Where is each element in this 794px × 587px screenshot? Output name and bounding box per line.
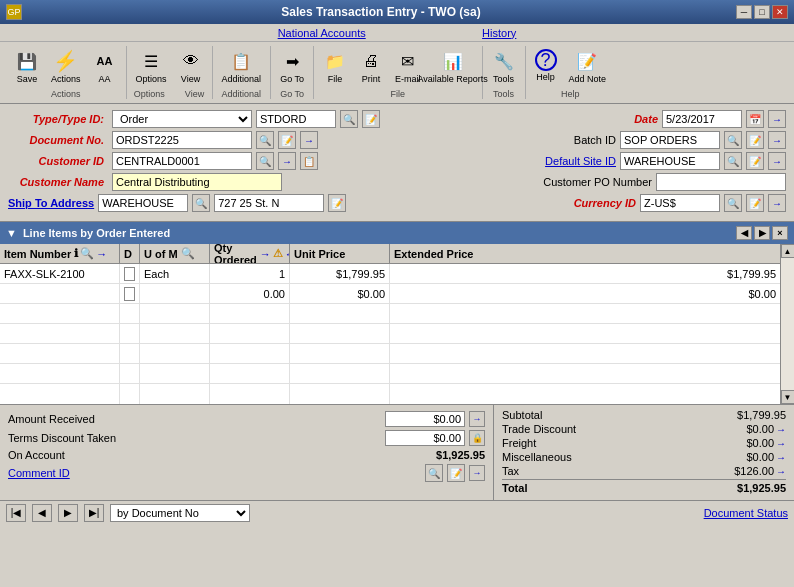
cell-uom-2[interactable] <box>140 284 210 303</box>
top-nav-link[interactable]: National Accounts <box>278 27 366 39</box>
doc-status-link[interactable]: Document Status <box>704 507 788 519</box>
docno-note-btn[interactable]: 📝 <box>278 131 296 149</box>
amount-received-arrow[interactable]: → <box>469 411 485 427</box>
amount-received-value[interactable]: $0.00 <box>385 411 465 427</box>
file-button[interactable]: 📁 File <box>318 46 352 87</box>
defaultsite-input[interactable] <box>620 152 720 170</box>
goto-button[interactable]: ➡ Go To <box>275 46 309 87</box>
batchid-input[interactable] <box>620 131 720 149</box>
shipto-note-btn[interactable]: 📝 <box>328 194 346 212</box>
line-ctrl-2[interactable]: ▶ <box>754 226 770 240</box>
total-label: Total <box>502 482 696 494</box>
customerid-note-btn[interactable]: 📋 <box>300 152 318 170</box>
close-button[interactable]: ✕ <box>772 5 788 19</box>
batchid-note-btn[interactable]: 📝 <box>746 131 764 149</box>
type-id-input[interactable] <box>256 110 336 128</box>
scroll-down-btn[interactable]: ▼ <box>781 390 795 404</box>
batchid-arrow-btn[interactable]: → <box>768 131 786 149</box>
save-button[interactable]: 💾 Save <box>10 46 44 87</box>
comment-arrow-btn[interactable]: → <box>469 465 485 481</box>
grid-main: Item Number ℹ 🔍 → D U of M 🔍 Qty Ordered… <box>0 244 780 404</box>
customerid-lookup-btn[interactable]: 🔍 <box>256 152 274 170</box>
comment-id-label[interactable]: Comment ID <box>8 467 70 479</box>
shipto-lookup-btn[interactable]: 🔍 <box>192 194 210 212</box>
item-lookup-icon[interactable]: 🔍 <box>80 247 94 260</box>
trade-discount-label: Trade Discount <box>502 423 684 435</box>
collapse-icon[interactable]: ▼ <box>6 227 17 239</box>
nav-last-btn[interactable]: ▶| <box>84 504 104 522</box>
terms-discount-value[interactable]: $0.00 <box>385 430 465 446</box>
type-note-btn[interactable]: 📝 <box>362 110 380 128</box>
view-button[interactable]: 👁 View <box>174 46 208 87</box>
currencyid-note-btn[interactable]: 📝 <box>746 194 764 212</box>
history-link[interactable]: History <box>482 27 516 39</box>
cell-item-1[interactable]: FAXX-SLK-2100 <box>0 264 120 283</box>
tax-arrow[interactable]: → <box>776 466 786 477</box>
customerid-input[interactable] <box>112 152 252 170</box>
defaultsite-note-btn[interactable]: 📝 <box>746 152 764 170</box>
cell-item-2[interactable] <box>0 284 120 303</box>
defaultsite-arrow-btn[interactable]: → <box>768 152 786 170</box>
grid-scrollbar[interactable]: ▲ ▼ <box>780 244 794 404</box>
date-input[interactable] <box>662 110 742 128</box>
shipto-label[interactable]: Ship To Address <box>8 197 94 209</box>
help-button[interactable]: ? Help <box>530 46 562 85</box>
currencyid-input[interactable] <box>640 194 720 212</box>
nav-prev-btn[interactable]: ◀ <box>32 504 52 522</box>
date-calendar-btn[interactable]: 📅 <box>746 110 764 128</box>
defaultsite-label[interactable]: Default Site ID <box>545 155 616 167</box>
qty-arrow-icon[interactable]: → <box>260 248 271 260</box>
misc-arrow[interactable]: → <box>776 452 786 463</box>
freight-arrow[interactable]: → <box>776 438 786 449</box>
sort-select[interactable]: by Document No <box>110 504 250 522</box>
comment-lookup-btn[interactable]: 🔍 <box>425 464 443 482</box>
cell-unitprice-2[interactable]: $0.00 <box>290 284 390 303</box>
scroll-track[interactable] <box>781 258 794 390</box>
defaultsite-lookup-btn[interactable]: 🔍 <box>724 152 742 170</box>
cell-uom-1[interactable]: Each <box>140 264 210 283</box>
nav-first-btn[interactable]: |◀ <box>6 504 26 522</box>
col-extprice-header: Extended Price <box>390 244 780 263</box>
minimize-button[interactable]: ─ <box>736 5 752 19</box>
type-lookup-btn[interactable]: 🔍 <box>340 110 358 128</box>
currencyid-lookup-btn[interactable]: 🔍 <box>724 194 742 212</box>
trade-discount-arrow[interactable]: → <box>776 424 786 435</box>
addnote-button[interactable]: 📝 Add Note <box>564 46 612 87</box>
shipto-address-input[interactable] <box>214 194 324 212</box>
print-button[interactable]: 🖨 Print <box>354 46 388 87</box>
actions-button[interactable]: ⚡ Actions <box>46 46 86 87</box>
uom-lookup-icon[interactable]: 🔍 <box>181 247 195 260</box>
cell-qty-1[interactable]: 1 <box>210 264 290 283</box>
docno-arrow-btn[interactable]: → <box>300 131 318 149</box>
currencyid-arrow-btn[interactable]: → <box>768 194 786 212</box>
cell-extprice-2: $0.00 <box>390 284 780 303</box>
checkbox-1[interactable] <box>124 267 135 281</box>
docno-input[interactable] <box>112 131 252 149</box>
reports-button[interactable]: 📊 Available Reports <box>428 46 478 87</box>
item-info-icon[interactable]: ℹ <box>74 247 78 260</box>
tools-button[interactable]: 🔧 Tools <box>487 46 521 87</box>
cell-unitprice-1[interactable]: $1,799.95 <box>290 264 390 283</box>
line-ctrl-1[interactable]: ◀ <box>736 226 752 240</box>
batchid-lookup-btn[interactable]: 🔍 <box>724 131 742 149</box>
additional-button[interactable]: 📋 Additional <box>217 46 267 87</box>
date-arrow-btn[interactable]: → <box>768 110 786 128</box>
aa-button[interactable]: AA AA <box>88 46 122 87</box>
customerpo-input[interactable] <box>656 173 786 191</box>
line-ctrl-3[interactable]: × <box>772 226 788 240</box>
shipto-input[interactable] <box>98 194 188 212</box>
item-arrow-icon[interactable]: → <box>96 248 107 260</box>
scroll-up-btn[interactable]: ▲ <box>781 244 795 258</box>
checkbox-2[interactable] <box>124 287 135 301</box>
type-dropdown[interactable]: Order <box>112 110 252 128</box>
customername-input[interactable] <box>112 173 282 191</box>
grid-row-6 <box>0 364 780 384</box>
comment-note-btn[interactable]: 📝 <box>447 464 465 482</box>
nav-next-btn[interactable]: ▶ <box>58 504 78 522</box>
terms-discount-btn[interactable]: 🔒 <box>469 430 485 446</box>
maximize-button[interactable]: □ <box>754 5 770 19</box>
options-button[interactable]: ☰ Options <box>131 46 172 87</box>
cell-qty-2[interactable]: 0.00 <box>210 284 290 303</box>
customerid-arrow-btn[interactable]: → <box>278 152 296 170</box>
docno-lookup-btn[interactable]: 🔍 <box>256 131 274 149</box>
